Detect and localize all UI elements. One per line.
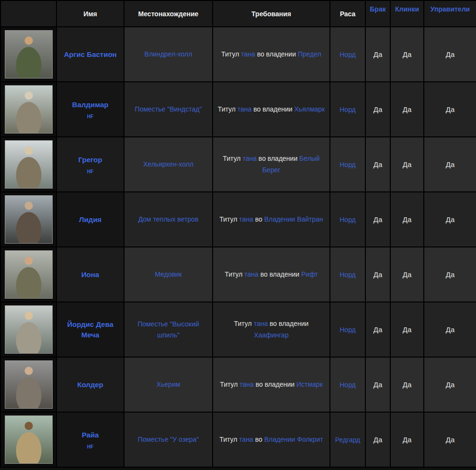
marriage-cell: Да xyxy=(365,27,390,82)
portrait-jordis[interactable] xyxy=(5,305,53,354)
requirement-link[interactable]: Владении Фолкрит xyxy=(264,436,323,443)
character-name-link[interactable]: Лидия xyxy=(79,214,102,225)
name-cell: ВалдимарHF xyxy=(57,82,124,137)
blades-cell: Да xyxy=(390,302,424,357)
race-link[interactable]: Норд xyxy=(340,326,356,334)
table-row: ГрегорHFХельярхен-холлТитул тана во влад… xyxy=(0,137,476,192)
location-link[interactable]: Дом теплых ветров xyxy=(138,215,199,223)
character-name-link[interactable]: Райа xyxy=(82,430,99,440)
requirement-link[interactable]: Предел xyxy=(298,50,321,58)
portrait-calder[interactable] xyxy=(5,360,53,409)
requirement-text: во владении xyxy=(254,380,296,388)
name-cell: Аргис Бастион xyxy=(57,27,124,82)
requirement-link[interactable]: тана xyxy=(239,215,253,223)
marriage-cell: Да xyxy=(365,357,390,412)
location-cell: Медовик xyxy=(124,247,213,302)
blades-cell: Да xyxy=(390,412,424,467)
location-link[interactable]: Влиндрел-холл xyxy=(145,50,193,58)
portrait-gregor[interactable] xyxy=(5,140,53,189)
column-header-link-stewards[interactable]: Управители xyxy=(431,5,470,13)
requirement-text: Титул xyxy=(225,270,244,278)
character-name-link[interactable]: Валдимар xyxy=(72,100,109,110)
race-link[interactable]: Норд xyxy=(340,161,356,168)
marriage-cell: Да xyxy=(365,137,390,192)
column-header-location: Местонахождение xyxy=(124,0,213,27)
name-cell: РайаHF xyxy=(57,412,124,467)
location-link[interactable]: Медовик xyxy=(155,270,182,278)
race-link[interactable]: Норд xyxy=(340,106,356,113)
requirement-text: во владении xyxy=(255,50,298,58)
race-link[interactable]: Норд xyxy=(340,216,356,224)
race-cell: Редгард xyxy=(330,412,365,467)
requirement-link[interactable]: тана xyxy=(244,270,259,278)
character-name-link[interactable]: Колдер xyxy=(77,380,103,390)
requirements-cell: Титул тана во Владении Фолкрит xyxy=(213,412,330,467)
column-header-link-marriage[interactable]: Брак xyxy=(370,5,385,13)
location-cell: Поместье "У озера" xyxy=(124,412,213,467)
dlc-marker-hearthfire: HF xyxy=(61,169,120,174)
steward-cell: Да xyxy=(424,137,476,192)
photo-cell xyxy=(0,412,57,467)
column-header-link-blades[interactable]: Клинки xyxy=(395,5,419,13)
character-name-link[interactable]: Аргис Бастион xyxy=(64,49,116,60)
blades-cell: Да xyxy=(390,137,424,192)
steward-cell: Да xyxy=(424,27,476,82)
table-row: РайаHFПоместье "У озера"Титул тана во Вл… xyxy=(0,412,476,467)
location-link[interactable]: Поместье "У озера" xyxy=(138,436,199,443)
race-link[interactable]: Редгард xyxy=(335,436,361,444)
name-cell: Йордис Дева Меча xyxy=(57,302,124,357)
requirement-text: во xyxy=(253,436,264,443)
requirement-link[interactable]: тана xyxy=(239,380,254,388)
location-link[interactable]: Поместье "Высокий шпиль" xyxy=(137,320,199,338)
requirement-link[interactable]: тана xyxy=(239,436,253,443)
location-link[interactable]: Хьерим xyxy=(157,380,181,388)
portrait-iona[interactable] xyxy=(5,250,53,299)
photo-cell xyxy=(0,357,57,412)
race-link[interactable]: Норд xyxy=(340,51,356,58)
marriage-cell: Да xyxy=(365,247,390,302)
requirement-text: Титул xyxy=(218,105,238,113)
requirement-link[interactable]: Владении Вайтран xyxy=(264,215,323,223)
blades-cell: Да xyxy=(390,247,424,302)
requirement-link[interactable]: Рифт xyxy=(301,270,318,278)
requirement-link[interactable]: Истмарк xyxy=(296,380,323,388)
location-cell: Хельярхен-холл xyxy=(124,137,213,192)
requirement-link[interactable]: Хьялмарк xyxy=(295,105,325,113)
requirements-cell: Титул тана во владении Рифт xyxy=(213,247,330,302)
location-cell: Влиндрел-холл xyxy=(124,27,213,82)
requirement-link[interactable]: Хаафингар xyxy=(254,331,288,339)
marriage-cell: Да xyxy=(365,82,390,137)
steward-cell: Да xyxy=(424,302,476,357)
column-header-race: Раса xyxy=(330,0,365,27)
character-name-link[interactable]: Грегор xyxy=(79,155,102,165)
dlc-marker-hearthfire: HF xyxy=(61,114,120,119)
location-link[interactable]: Поместье "Виндстад" xyxy=(135,105,202,113)
steward-cell: Да xyxy=(424,357,476,412)
location-link[interactable]: Хельярхен-холл xyxy=(143,160,193,168)
requirement-text: Титул xyxy=(219,215,239,223)
marriage-cell: Да xyxy=(365,302,390,357)
steward-cell: Да xyxy=(424,82,476,137)
column-header-requirements: Требования xyxy=(213,0,330,27)
portrait-valdimar[interactable] xyxy=(5,85,53,134)
photo-cell xyxy=(0,27,57,82)
table-row: ВалдимарHFПоместье "Виндстад"Титул тана … xyxy=(0,82,476,137)
requirements-cell: Титул тана во владении Хьялмарк xyxy=(213,82,330,137)
character-name-link[interactable]: Йордис Дева Меча xyxy=(61,319,120,340)
race-link[interactable]: Норд xyxy=(340,381,356,389)
requirement-link[interactable]: тана xyxy=(241,50,255,58)
requirements-cell: Титул тана во владении Белый Берег xyxy=(213,137,330,192)
portrait-lydia[interactable] xyxy=(5,195,53,244)
character-name-link[interactable]: Иона xyxy=(81,269,99,280)
requirement-link[interactable]: тана xyxy=(238,105,252,113)
requirement-link[interactable]: тана xyxy=(254,320,268,327)
table-row: Йордис Дева МечаПоместье "Высокий шпиль"… xyxy=(0,302,476,357)
requirement-link[interactable]: тана xyxy=(242,155,257,162)
race-link[interactable]: Норд xyxy=(340,271,356,279)
portrait-rayya[interactable] xyxy=(5,415,53,464)
requirement-text: Титул xyxy=(220,380,239,388)
blades-cell: Да xyxy=(390,27,424,82)
name-cell: Колдер xyxy=(57,357,124,412)
location-cell: Хьерим xyxy=(124,357,213,412)
portrait-argis-bastion[interactable] xyxy=(5,30,53,78)
